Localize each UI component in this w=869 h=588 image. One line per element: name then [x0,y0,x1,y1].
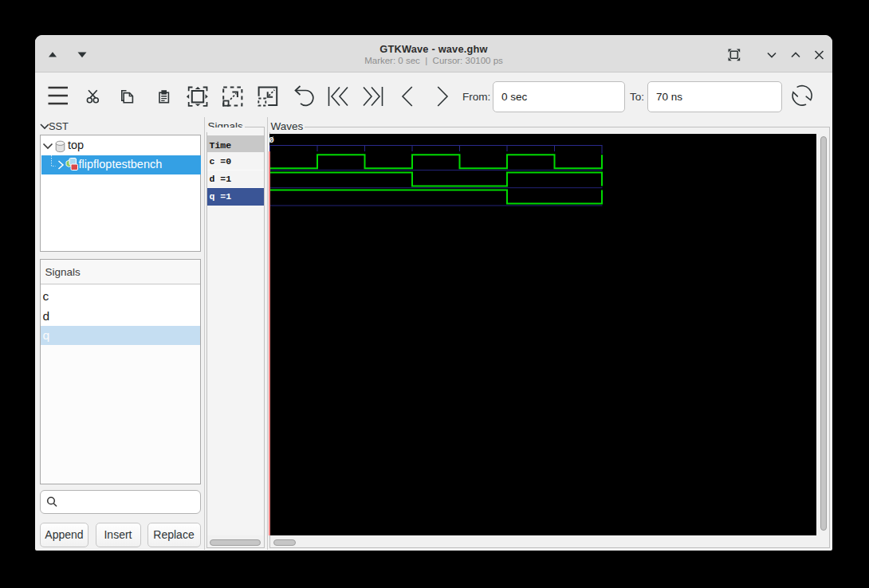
svg-text:0: 0 [269,135,274,145]
